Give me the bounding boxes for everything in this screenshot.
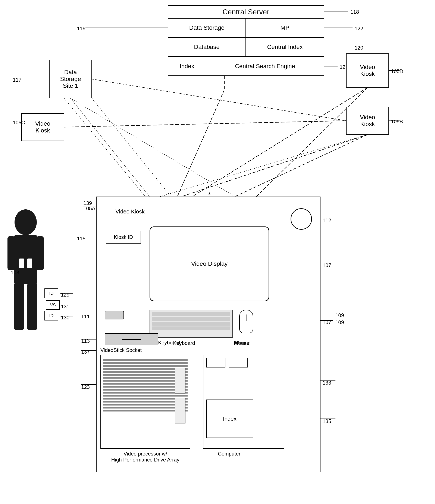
ref-105b: 105B bbox=[391, 118, 403, 125]
ref-109b: 109 bbox=[335, 319, 344, 325]
badge-id1: ID bbox=[45, 288, 58, 298]
svg-line-39 bbox=[160, 135, 367, 197]
row-datastorage-mp: Data Storage MP bbox=[168, 18, 324, 37]
videokiosk-d-label: VideoKiosk bbox=[360, 64, 375, 77]
badge-id2-label: ID bbox=[49, 313, 54, 318]
ref-117: 117 bbox=[13, 77, 21, 83]
svg-line-29 bbox=[92, 98, 171, 197]
mouse-label-below: Mouse bbox=[234, 340, 249, 346]
videostick-socket-inner: ▬▬▬▬▬ bbox=[122, 337, 141, 342]
svg-line-28 bbox=[71, 98, 150, 197]
vidprocessor-label: Video processor w/High Performance Drive… bbox=[100, 451, 190, 463]
ref-113: 113 bbox=[81, 338, 90, 344]
ref-115: 115 bbox=[77, 236, 85, 242]
ref-105c: 105C bbox=[13, 120, 25, 126]
videokiosk-b-box: VideoKiosk bbox=[346, 107, 389, 135]
svg-rect-47 bbox=[27, 283, 37, 330]
kiosk-id-box: Kiosk ID bbox=[106, 231, 141, 243]
svg-rect-45 bbox=[36, 236, 44, 270]
svg-line-35 bbox=[256, 88, 367, 197]
svg-point-42 bbox=[15, 209, 37, 235]
videostick-socket-label: VideoStick Socket bbox=[100, 347, 142, 353]
central-server-title: Central Server bbox=[168, 5, 324, 18]
svg-rect-49 bbox=[27, 259, 32, 268]
central-server-label: Central Server bbox=[222, 8, 269, 16]
svg-line-32 bbox=[92, 79, 346, 121]
row-database-centralindex: Database Central Index bbox=[168, 37, 324, 57]
ref-103: 103 bbox=[11, 270, 19, 276]
ref-109: 107 bbox=[323, 319, 331, 325]
videokiosk-c-box: VideoKiosk bbox=[21, 113, 64, 141]
card-reader-box bbox=[105, 311, 124, 319]
keyboard-box bbox=[150, 310, 233, 338]
ref-111: 111 bbox=[81, 314, 90, 320]
svg-rect-44 bbox=[8, 236, 15, 270]
ref-122: 122 bbox=[355, 26, 363, 32]
video-display-box: Video Display bbox=[150, 226, 269, 301]
datastorage-site1-label: DataStorageSite 1 bbox=[60, 69, 81, 89]
videokiosk-a-title-label: Video Kiosk bbox=[115, 208, 145, 215]
comp-rect2 bbox=[229, 358, 248, 368]
svg-marker-41 bbox=[208, 192, 210, 197]
mouse-icon bbox=[239, 310, 253, 333]
cell-datastorage: Data Storage bbox=[168, 18, 246, 37]
svg-rect-46 bbox=[14, 283, 24, 330]
ref-139: 139 bbox=[83, 200, 92, 206]
badge-id2: ID bbox=[45, 311, 58, 321]
svg-line-37 bbox=[235, 135, 367, 197]
svg-line-27 bbox=[177, 90, 224, 197]
ref-118: 118 bbox=[350, 9, 359, 15]
ref-137: 137 bbox=[81, 349, 90, 355]
cell-mp: MP bbox=[246, 18, 324, 37]
ref-129: 129 bbox=[61, 292, 69, 298]
ref-130: 130 bbox=[61, 315, 69, 321]
ref-105a: 105A bbox=[83, 206, 95, 212]
badge-vs-label: VS bbox=[50, 303, 56, 307]
videokiosk-c-label: VideoKiosk bbox=[35, 120, 50, 134]
svg-rect-43 bbox=[14, 235, 37, 284]
ref-119: 119 bbox=[77, 26, 85, 32]
diagram-container: Central Server Data Storage MP Database … bbox=[0, 0, 435, 504]
ref-131: 131 bbox=[61, 304, 69, 310]
ref-135: 135 bbox=[323, 418, 331, 424]
keyboard-label-below: Keyboard bbox=[173, 340, 195, 346]
ref-133: 133 bbox=[323, 380, 331, 386]
badge-id1-label: ID bbox=[49, 291, 54, 296]
video-display-label: Video Display bbox=[191, 261, 228, 267]
vidprocessor-box bbox=[100, 355, 190, 449]
svg-line-34 bbox=[64, 121, 346, 127]
videokiosk-b-label: VideoKiosk bbox=[360, 114, 375, 127]
svg-rect-48 bbox=[19, 259, 24, 268]
ref-123: 123 bbox=[81, 384, 90, 390]
ref-105d: 105D bbox=[391, 68, 403, 74]
cell-database: Database bbox=[168, 37, 246, 57]
ref-109-mouse: 109 bbox=[335, 312, 344, 318]
svg-line-30 bbox=[71, 98, 235, 197]
index-inner-box: Index bbox=[206, 399, 253, 438]
datastorage-site1-box: DataStorageSite 1 bbox=[49, 60, 92, 98]
svg-line-36 bbox=[192, 88, 367, 197]
row-index-searchengine: Index Central Search Engine bbox=[168, 57, 324, 76]
ref-120: 120 bbox=[355, 45, 363, 51]
videokiosk-d-box: VideoKiosk bbox=[346, 54, 389, 88]
cell-searchengine: Central Search Engine bbox=[206, 57, 324, 76]
comp-rect1 bbox=[206, 358, 225, 368]
computer-label: Computer bbox=[218, 451, 240, 457]
index-inner-label: Index bbox=[223, 415, 236, 422]
cell-centralindex: Central Index bbox=[246, 37, 324, 57]
ref-107: 107 bbox=[323, 262, 331, 268]
ref-112: 112 bbox=[323, 217, 331, 224]
videostick-socket-box: ▬▬▬▬▬ bbox=[105, 333, 158, 345]
speaker-circle bbox=[290, 208, 312, 230]
kiosk-id-label: Kiosk ID bbox=[114, 234, 133, 240]
cell-index: Index bbox=[168, 57, 206, 76]
badge-vs: VS bbox=[46, 300, 60, 310]
svg-line-33 bbox=[64, 98, 145, 197]
svg-line-38 bbox=[181, 135, 367, 197]
